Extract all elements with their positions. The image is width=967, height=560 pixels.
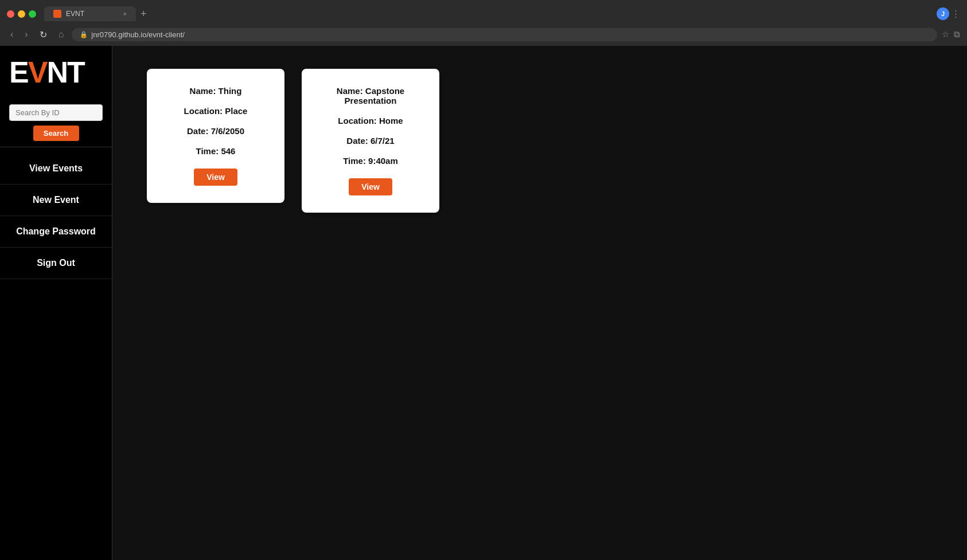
view-event-button[interactable]: View bbox=[349, 178, 392, 195]
url-text: jnr0790.github.io/evnt-client/ bbox=[91, 30, 185, 39]
search-input[interactable] bbox=[9, 104, 103, 121]
event-card: Name: Thing Location: Place Date: 7/6/20… bbox=[147, 69, 284, 203]
app-container: EVNT Search View Events New Event Change… bbox=[0, 46, 967, 560]
logo-e: E bbox=[9, 56, 28, 89]
sidebar-item-change-password[interactable]: Change Password bbox=[0, 216, 112, 248]
logo-nt: NT bbox=[46, 56, 84, 89]
minimize-window-button[interactable] bbox=[18, 10, 25, 18]
tab-close-button[interactable]: × bbox=[123, 10, 127, 17]
active-tab[interactable]: EVNT × bbox=[44, 6, 136, 21]
sidebar-item-new-event[interactable]: New Event bbox=[0, 185, 112, 216]
event-time: Time: 9:40am bbox=[343, 156, 398, 166]
tab-title: EVNT bbox=[66, 10, 84, 18]
event-name: Name: Thing bbox=[190, 86, 242, 96]
lock-icon: 🔒 bbox=[80, 31, 88, 38]
sidebar-item-sign-out[interactable]: Sign Out bbox=[0, 248, 112, 279]
menu-icon[interactable]: ⋮ bbox=[952, 9, 960, 19]
sidebar: EVNT Search View Events New Event Change… bbox=[0, 46, 112, 560]
event-card: Name: Capstone Presentation Location: Ho… bbox=[302, 69, 439, 213]
logo-v: V bbox=[28, 56, 47, 89]
logo-area: EVNT bbox=[0, 46, 112, 99]
event-location: Location: Home bbox=[338, 116, 403, 126]
home-button[interactable]: ⌂ bbox=[55, 28, 68, 41]
event-name: Name: Capstone Presentation bbox=[325, 86, 416, 105]
nav-bar: ‹ › ↻ ⌂ 🔒 jnr0790.github.io/evnt-client/… bbox=[0, 23, 967, 46]
reload-button[interactable]: ↻ bbox=[36, 28, 50, 41]
address-bar[interactable]: 🔒 jnr0790.github.io/evnt-client/ bbox=[72, 28, 937, 41]
maximize-window-button[interactable] bbox=[29, 10, 36, 18]
sidebar-item-view-events[interactable]: View Events bbox=[0, 153, 112, 185]
traffic-lights bbox=[7, 10, 36, 18]
forward-button[interactable]: › bbox=[21, 28, 31, 41]
nav-menu: View Events New Event Change Password Si… bbox=[0, 147, 112, 285]
tab-bar: EVNT × + J ⋮ bbox=[0, 0, 967, 23]
back-button[interactable]: ‹ bbox=[7, 28, 17, 41]
browser-chrome: EVNT × + J ⋮ ‹ › ↻ ⌂ 🔒 jnr0790.github.io… bbox=[0, 0, 967, 46]
main-content: Name: Thing Location: Place Date: 7/6/20… bbox=[112, 46, 967, 560]
app-logo: EVNT bbox=[9, 57, 84, 87]
extensions-icon[interactable]: ⧉ bbox=[954, 29, 960, 40]
bookmark-icon[interactable]: ☆ bbox=[942, 29, 949, 40]
new-tab-button[interactable]: + bbox=[141, 8, 147, 20]
event-date: Date: 7/6/2050 bbox=[187, 126, 244, 136]
search-section: Search bbox=[0, 99, 112, 147]
event-date: Date: 6/7/21 bbox=[346, 136, 394, 146]
tab-favicon-icon bbox=[53, 10, 61, 18]
event-location: Location: Place bbox=[184, 106, 248, 116]
search-button[interactable]: Search bbox=[33, 126, 79, 141]
event-time: Time: 546 bbox=[196, 146, 236, 156]
avatar[interactable]: J bbox=[937, 7, 949, 20]
events-grid: Name: Thing Location: Place Date: 7/6/20… bbox=[147, 69, 933, 213]
view-event-button[interactable]: View bbox=[194, 169, 237, 186]
close-window-button[interactable] bbox=[7, 10, 14, 18]
